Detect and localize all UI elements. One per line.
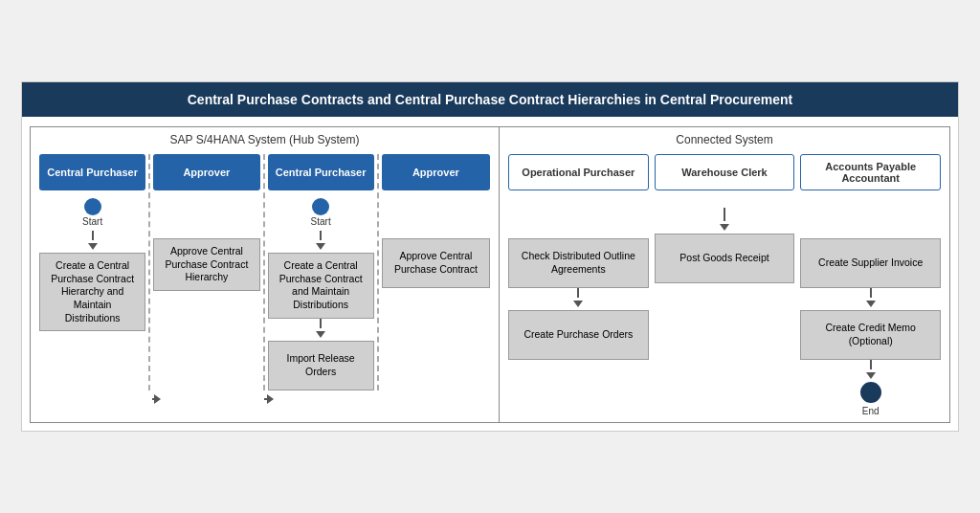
arrow-down-apa bbox=[866, 301, 876, 307]
lane-header-cp1: Central Purchaser bbox=[39, 154, 145, 190]
box-create-po: Create Purchase Orders bbox=[508, 310, 649, 360]
lane-header-cp2: Central Purchaser bbox=[268, 154, 374, 190]
v-line-op1 bbox=[577, 288, 579, 298]
start-circle-2 bbox=[312, 198, 329, 215]
box-approve-contract: Approve Central Purchase Contract bbox=[382, 238, 490, 288]
start-node-2: Start bbox=[311, 198, 331, 227]
title-text: Central Purchase Contracts and Central P… bbox=[188, 92, 793, 107]
hub-section-label: SAP S/4HANA System (Hub System) bbox=[36, 133, 493, 146]
start-label-2: Start bbox=[311, 216, 331, 227]
lane-central-purchaser-2: Central Purchaser Start Create a Central… bbox=[265, 154, 379, 390]
connected-lanes-row: Operational Purchaser Check Distributed … bbox=[505, 154, 944, 416]
start-circle-1 bbox=[84, 198, 101, 215]
end-label: End bbox=[862, 406, 880, 416]
box-create-hierarchy: Create a Central Purchase Contract Hiera… bbox=[39, 253, 145, 331]
box-check-distributed: Check Distributed Outline Agreements bbox=[508, 238, 649, 288]
arrow-down-wc bbox=[720, 224, 729, 231]
lane-approver-2: Approver Approve Central Purchase Contra… bbox=[379, 154, 493, 390]
lane-header-apa: Accounts Payable Accountant bbox=[800, 154, 941, 190]
hub-section: SAP S/4HANA System (Hub System) Central … bbox=[31, 127, 500, 422]
arrow-down-1 bbox=[88, 243, 98, 250]
v-line-3 bbox=[320, 319, 322, 328]
lane-central-purchaser-1: Central Purchaser Start Create a Central… bbox=[36, 154, 150, 390]
hub-connectors bbox=[36, 394, 493, 404]
arrow-down-op bbox=[573, 301, 583, 307]
main-container: Central Purchase Contracts and Central P… bbox=[21, 81, 959, 432]
arrow-head-1 bbox=[154, 394, 161, 404]
lane-header-ap1: Approver bbox=[153, 154, 259, 190]
v-line-1 bbox=[92, 231, 94, 240]
arrow-down-2 bbox=[316, 243, 325, 250]
v-line-2 bbox=[320, 231, 322, 240]
lane-header-wc: Warehouse Clerk bbox=[655, 154, 795, 190]
arrow-down-3 bbox=[316, 331, 325, 338]
v-line-apa1 bbox=[870, 288, 872, 298]
end-node: End bbox=[860, 382, 881, 416]
lane-approver-1: Approver Approve Central Purchase Contra… bbox=[150, 154, 264, 390]
hub-lanes-row: Central Purchaser Start Create a Central… bbox=[36, 154, 493, 390]
box-create-contract: Create a Central Purchase Contract and M… bbox=[268, 253, 374, 319]
lane-apa: Accounts Payable Accountant Create Suppl… bbox=[797, 154, 944, 416]
v-line-wc1 bbox=[724, 208, 725, 221]
arrow-down-apa2 bbox=[866, 372, 876, 379]
arrow-head-2 bbox=[267, 394, 274, 404]
end-circle bbox=[860, 382, 881, 403]
connected-section-label: Connected System bbox=[505, 133, 944, 146]
start-label-1: Start bbox=[82, 216, 102, 227]
lane-header-op: Operational Purchaser bbox=[508, 154, 649, 190]
lane-wc: Warehouse Clerk Post Goods Receipt bbox=[652, 154, 798, 416]
box-credit-memo: Create Credit Memo (Optional) bbox=[800, 310, 941, 360]
lane-header-ap2: Approver bbox=[382, 154, 490, 190]
lane-op: Operational Purchaser Check Distributed … bbox=[505, 154, 652, 416]
box-post-goods: Post Goods Receipt bbox=[655, 234, 795, 283]
box-approve-hierarchy: Approve Central Purchase Contract Hierar… bbox=[153, 238, 259, 291]
start-node-1: Start bbox=[82, 198, 102, 227]
title-bar: Central Purchase Contracts and Central P… bbox=[22, 82, 958, 117]
box-supplier-invoice: Create Supplier Invoice bbox=[800, 238, 941, 288]
v-line-apa2 bbox=[870, 360, 872, 369]
connected-section: Connected System Operational Purchaser C… bbox=[500, 127, 949, 422]
box-import-release: Import Release Orders bbox=[268, 341, 374, 390]
